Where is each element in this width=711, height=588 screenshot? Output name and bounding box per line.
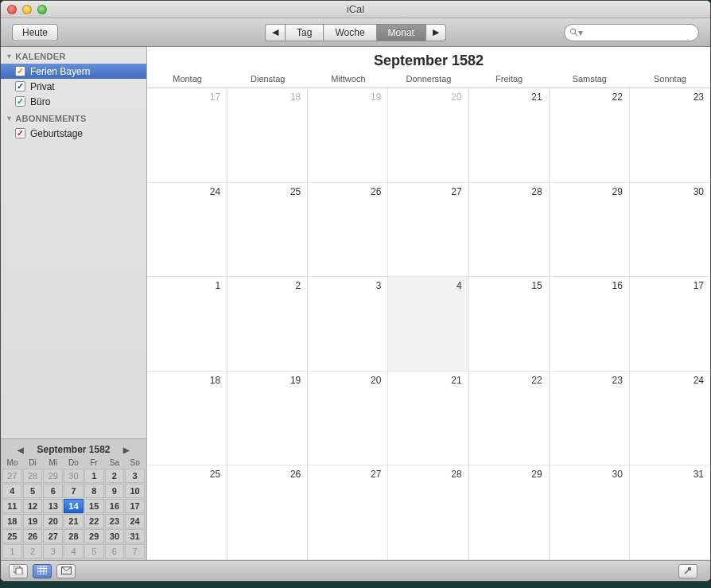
mini-day-cell[interactable]: 27 <box>43 529 63 543</box>
mini-day-cell[interactable]: 21 <box>64 514 84 528</box>
day-cell[interactable]: 20 <box>388 88 468 183</box>
mini-day-cell[interactable]: 31 <box>125 529 145 543</box>
day-cell[interactable]: 22 <box>469 372 550 466</box>
day-cell[interactable]: 28 <box>388 465 468 560</box>
calendar-checkbox[interactable]: ✓ <box>15 66 25 76</box>
day-cell[interactable]: 20 <box>308 372 388 466</box>
search-input[interactable] <box>585 27 704 38</box>
calendar-item[interactable]: ✓Geburtstage <box>1 126 146 141</box>
mini-day-cell[interactable]: 30 <box>105 529 125 543</box>
mini-day-cell[interactable]: 6 <box>43 484 63 498</box>
calendar-checkbox[interactable]: ✓ <box>15 81 25 92</box>
day-cell[interactable]: 17 <box>630 277 710 372</box>
mini-day-cell[interactable]: 22 <box>84 514 104 528</box>
mini-day-cell[interactable]: 3 <box>43 544 63 559</box>
mini-day-cell[interactable]: 24 <box>125 514 145 528</box>
day-cell[interactable]: 27 <box>308 465 388 560</box>
mini-day-cell[interactable]: 28 <box>64 529 84 543</box>
mini-day-cell[interactable]: 4 <box>64 544 84 559</box>
search-field[interactable]: ▾ <box>564 24 699 41</box>
mini-day-cell[interactable]: 8 <box>84 484 104 498</box>
day-cell[interactable]: 3 <box>308 277 388 372</box>
mini-day-cell[interactable]: 1 <box>2 544 22 559</box>
day-cell[interactable]: 25 <box>147 465 227 560</box>
next-button[interactable]: ▶ <box>425 24 446 41</box>
minimize-window-button[interactable] <box>22 5 32 14</box>
mini-day-cell[interactable]: 13 <box>43 499 63 513</box>
prev-button[interactable]: ◀ <box>265 24 285 41</box>
mini-day-cell[interactable]: 15 <box>84 499 104 513</box>
day-cell[interactable]: 26 <box>227 465 308 560</box>
mini-day-cell[interactable]: 2 <box>105 469 125 483</box>
notifications-button[interactable] <box>56 564 76 578</box>
view-day-button[interactable]: Tag <box>285 24 323 41</box>
day-cell[interactable]: 19 <box>227 372 308 466</box>
mini-calendar-toggle-button[interactable] <box>33 564 52 578</box>
day-cell[interactable]: 22 <box>550 88 630 183</box>
mini-day-cell[interactable]: 29 <box>84 529 104 543</box>
day-cell[interactable]: 19 <box>308 88 388 183</box>
day-cell[interactable]: 24 <box>147 183 227 278</box>
day-cell[interactable]: 16 <box>550 277 630 372</box>
mini-day-cell[interactable]: 26 <box>23 529 43 543</box>
mini-day-cell[interactable]: 5 <box>23 484 43 498</box>
mini-prev-button[interactable]: ◀ <box>13 446 29 454</box>
calendar-item[interactable]: ✓Privat <box>1 79 146 94</box>
day-cell[interactable]: 30 <box>550 465 630 560</box>
mini-day-cell[interactable]: 7 <box>125 544 145 559</box>
day-cell[interactable]: 1 <box>147 277 227 372</box>
mini-next-button[interactable]: ▶ <box>118 446 134 454</box>
calendar-item[interactable]: ✓Büro <box>1 94 146 109</box>
day-cell[interactable]: 18 <box>227 88 308 183</box>
mini-day-cell[interactable]: 9 <box>105 484 125 498</box>
mini-day-cell[interactable]: 28 <box>23 469 43 483</box>
day-cell[interactable]: 26 <box>308 183 388 278</box>
mini-day-cell[interactable]: 11 <box>2 499 22 513</box>
today-button[interactable]: Heute <box>12 24 58 41</box>
mini-day-cell[interactable]: 10 <box>125 484 145 498</box>
day-cell[interactable]: 30 <box>630 183 710 278</box>
mini-day-cell[interactable]: 29 <box>43 469 63 483</box>
mini-day-cell[interactable]: 25 <box>2 529 22 543</box>
mini-day-cell[interactable]: 27 <box>2 469 22 483</box>
sidebar-group-header[interactable]: ▼ABONNEMENTS <box>1 109 146 126</box>
mini-day-cell[interactable]: 14 <box>64 499 84 513</box>
mini-day-cell[interactable]: 4 <box>2 484 22 498</box>
mini-day-cell[interactable]: 3 <box>125 469 145 483</box>
day-cell[interactable]: 29 <box>550 183 630 278</box>
day-cell[interactable]: 29 <box>469 465 550 560</box>
mini-day-cell[interactable]: 23 <box>105 514 125 528</box>
day-cell[interactable]: 18 <box>147 372 227 466</box>
day-cell[interactable]: 23 <box>630 88 710 183</box>
mini-day-cell[interactable]: 17 <box>125 499 145 513</box>
mini-day-cell[interactable]: 6 <box>105 544 125 559</box>
pin-button[interactable] <box>678 564 697 578</box>
day-cell[interactable]: 15 <box>469 277 550 372</box>
close-window-button[interactable] <box>7 5 17 14</box>
view-week-button[interactable]: Woche <box>323 24 375 41</box>
mini-day-cell[interactable]: 7 <box>64 484 84 498</box>
mini-day-cell[interactable]: 16 <box>105 499 125 513</box>
day-cell[interactable]: 21 <box>469 88 550 183</box>
day-cell[interactable]: 21 <box>388 372 468 466</box>
mini-day-cell[interactable]: 1 <box>84 469 104 483</box>
mini-day-cell[interactable]: 2 <box>23 544 43 559</box>
day-cell[interactable]: 27 <box>388 183 468 278</box>
calendar-item[interactable]: ✓Ferien Bayern <box>1 64 146 79</box>
mini-day-cell[interactable]: 20 <box>43 514 63 528</box>
zoom-window-button[interactable] <box>37 5 47 14</box>
view-month-button[interactable]: Monat <box>376 24 425 41</box>
day-cell[interactable]: 2 <box>227 277 308 372</box>
day-cell[interactable]: 23 <box>550 372 630 466</box>
calendar-checkbox[interactable]: ✓ <box>15 128 25 138</box>
day-cell[interactable]: 24 <box>630 372 710 466</box>
mini-day-cell[interactable]: 5 <box>84 544 104 559</box>
sidebar-group-header[interactable]: ▼KALENDER <box>1 47 146 64</box>
day-cell[interactable]: 17 <box>147 88 227 183</box>
day-cell[interactable]: 4 <box>388 277 468 372</box>
calendars-panel-button[interactable] <box>9 564 28 578</box>
day-cell[interactable]: 31 <box>630 465 710 560</box>
day-cell[interactable]: 28 <box>469 183 550 278</box>
calendar-checkbox[interactable]: ✓ <box>15 96 25 107</box>
day-cell[interactable]: 25 <box>227 183 308 278</box>
